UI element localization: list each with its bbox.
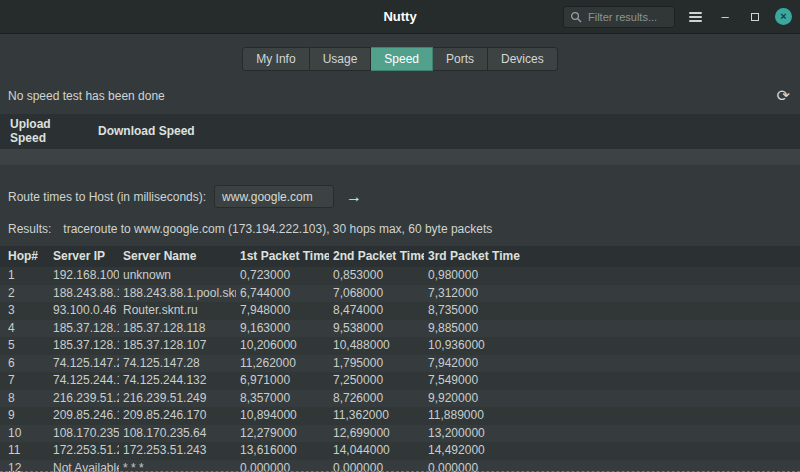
menu-button[interactable] — [685, 6, 705, 28]
trace-table-body: 1192.168.100.1unknown0,7230000,8530000,9… — [0, 267, 800, 472]
table-row[interactable]: 12Not Available* * *0,0000000,0000000,00… — [0, 460, 800, 472]
route-host-label: Route times to Host (in milliseconds): — [8, 190, 206, 204]
speed-status-row: No speed test has been done ⟳ — [0, 82, 800, 114]
minimize-button[interactable]: – — [715, 6, 735, 28]
search-input[interactable] — [588, 11, 668, 23]
server-ip-header: Server IP — [49, 246, 119, 267]
trace-table-header: Hop# Server IP Server Name 1st Packet Ti… — [0, 246, 800, 267]
table-row[interactable]: 2188.243.88.1188.243.88.1.pool.sknt.ru6,… — [0, 285, 800, 303]
tab-usage[interactable]: Usage — [310, 47, 372, 71]
table-row[interactable]: 774.125.244.13274.125.244.1326,9710007,2… — [0, 372, 800, 390]
speed-empty-row — [0, 149, 800, 165]
table-row[interactable]: 674.125.147.2874.125.147.2811,2620001,79… — [0, 355, 800, 373]
speed-table: Upload Speed Download Speed — [0, 114, 800, 165]
headerbar-controls: – × — [563, 6, 792, 28]
table-row[interactable]: 8216.239.51.249216.239.51.2498,3570008,7… — [0, 390, 800, 408]
table-row[interactable]: 9209.85.246.170209.85.246.17010,89400011… — [0, 407, 800, 425]
go-arrow-button[interactable]: → — [342, 189, 366, 205]
table-row[interactable]: 4185.37.128.118185.37.128.1189,1630009,5… — [0, 320, 800, 338]
results-row: Results: traceroute to www.google.com (1… — [0, 208, 800, 246]
close-button[interactable]: × — [775, 8, 792, 25]
headerbar: Nutty – × — [0, 0, 800, 34]
packet3-header: 3rd Packet Time — [424, 246, 800, 267]
table-row[interactable]: 393.100.0.46Router.sknt.ru7,9480008,4740… — [0, 302, 800, 320]
trace-table: Hop# Server IP Server Name 1st Packet Ti… — [0, 246, 800, 472]
maximize-button[interactable] — [745, 6, 765, 28]
speed-table-header: Upload Speed Download Speed — [0, 114, 800, 149]
tab-ports[interactable]: Ports — [433, 47, 488, 71]
table-row[interactable]: 10108.170.235.64108.170.235.6412,2790001… — [0, 425, 800, 443]
tab-bar: My Info Usage Speed Ports Devices — [0, 34, 800, 82]
tab-my-info[interactable]: My Info — [242, 47, 309, 71]
search-icon — [570, 11, 582, 23]
tab-speed[interactable]: Speed — [371, 47, 433, 71]
filter-search-field[interactable] — [563, 6, 675, 28]
table-row[interactable]: 5185.37.128.107185.37.128.10710,20600010… — [0, 337, 800, 355]
host-input[interactable] — [214, 185, 334, 208]
table-row[interactable]: 11172.253.51.243172.253.51.24313,6160001… — [0, 442, 800, 460]
table-row[interactable]: 1192.168.100.1unknown0,7230000,8530000,9… — [0, 267, 800, 285]
results-label: Results: — [8, 222, 51, 236]
download-speed-header: Download Speed — [88, 114, 208, 149]
tab-devices[interactable]: Devices — [488, 47, 558, 71]
packet2-header: 2nd Packet Time — [329, 246, 424, 267]
packet1-header: 1st Packet Time — [236, 246, 329, 267]
server-name-header: Server Name — [119, 246, 236, 267]
speed-table-filler — [208, 114, 800, 149]
maximize-icon — [751, 13, 759, 21]
upload-speed-header: Upload Speed — [0, 114, 88, 149]
hop-header: Hop# — [0, 246, 49, 267]
route-row: Route times to Host (in milliseconds): → — [0, 165, 800, 208]
hamburger-icon — [689, 12, 702, 22]
speed-status-text: No speed test has been done — [8, 89, 165, 103]
refresh-icon[interactable]: ⟳ — [777, 88, 790, 104]
results-text: traceroute to www.google.com (173.194.22… — [63, 222, 492, 236]
